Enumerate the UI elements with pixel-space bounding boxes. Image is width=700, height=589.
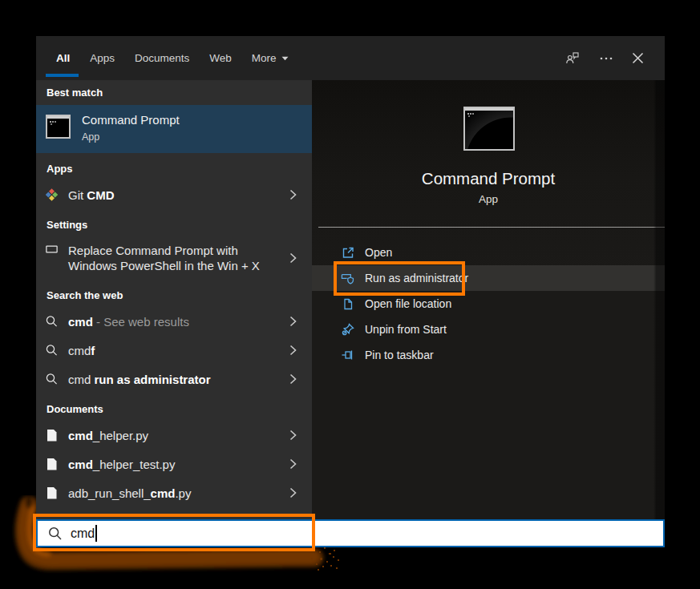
action-label: Unpin from Start [365, 323, 447, 336]
result-label: cmd_helper.py [68, 429, 148, 442]
search-tab-bar: AllAppsDocumentsWebMore [36, 36, 665, 80]
action-unpin-from-start[interactable]: Unpin from Start [312, 317, 665, 342]
git-icon [46, 188, 58, 201]
tab-label: Documents [135, 52, 189, 64]
section-header-apps: Apps [47, 163, 312, 175]
result-label: adb_run_shell_cmd.py [68, 486, 191, 500]
result-label: cmd - See web results [68, 315, 189, 329]
preview-panel: Command Prompt App OpenRun as administra… [312, 80, 665, 519]
chevron-right-icon[interactable] [289, 373, 297, 385]
chevron-right-icon[interactable] [289, 345, 297, 356]
panel-edge-shade [653, 80, 665, 519]
window-icon [46, 244, 58, 254]
result-label: Git CMD [68, 188, 115, 202]
close-icon[interactable] [632, 52, 644, 64]
annotation-box-search-bar [33, 514, 315, 551]
section-header-search-the-web: Search the web [47, 289, 312, 301]
tab-label: Web [209, 52, 232, 64]
tab-all[interactable]: All [56, 52, 70, 64]
chevron-right-icon[interactable] [289, 189, 297, 200]
more-options-icon[interactable] [600, 57, 613, 60]
chevron-down-icon [281, 56, 289, 61]
chevron-right-icon[interactable] [289, 430, 297, 441]
search-icon [46, 373, 58, 385]
search-icon [46, 344, 58, 357]
action-label: Open [365, 246, 392, 259]
search-icon [46, 315, 58, 328]
best-match-label: Best match [47, 87, 312, 99]
result-cmd-see-web-results[interactable]: cmd - See web results [36, 307, 312, 336]
result-label: Replace Command Prompt with Windows Powe… [68, 243, 270, 273]
action-label: Open file location [365, 297, 451, 310]
chevron-right-icon[interactable] [289, 458, 297, 470]
document-icon [46, 430, 58, 442]
result-adb-run-shell-cmd-py[interactable]: adb_run_shell_cmd.py [36, 478, 312, 507]
chevron-right-icon[interactable] [289, 487, 297, 498]
command-prompt-icon [46, 115, 71, 139]
result-cmd-helper-test-py[interactable]: cmd_helper_test.py [36, 450, 312, 478]
screenshot-stage: AllAppsDocumentsWebMore [0, 0, 700, 589]
tab-web[interactable]: Web [209, 52, 232, 64]
tab-label: All [56, 52, 70, 64]
best-match-result-command-prompt[interactable]: Command Prompt App [36, 105, 312, 153]
tab-documents[interactable]: Documents [135, 52, 189, 64]
pin-icon [341, 348, 355, 362]
document-icon [46, 458, 58, 470]
result-replace-command-prompt-with-windows-powe[interactable]: Replace Command Prompt with Windows Powe… [36, 236, 312, 280]
open-icon [341, 245, 355, 260]
preview-subtitle: App [312, 193, 665, 205]
result-git-cmd[interactable]: Git CMD [36, 180, 312, 209]
tab-apps[interactable]: Apps [90, 52, 115, 64]
tab-more[interactable]: More [252, 52, 289, 64]
file-location-icon [341, 297, 355, 311]
annotation-box-run-as-administrator [334, 261, 465, 296]
action-label: Pin to taskbar [365, 349, 434, 361]
chevron-right-icon[interactable] [289, 316, 297, 327]
document-icon [46, 487, 58, 499]
preview-title: Command Prompt [312, 169, 665, 188]
results-panel: Best match Command Prompt App AppsGit CM… [36, 80, 312, 519]
section-header-documents: Documents [47, 403, 312, 415]
chevron-right-icon[interactable] [289, 252, 297, 264]
result-label: cmd run as administrator [68, 373, 211, 386]
result-cmd-run-as-administrator[interactable]: cmd run as administrator [36, 365, 312, 393]
result-cmd-helper-py[interactable]: cmd_helper.py [36, 421, 312, 450]
unpin-icon [341, 322, 355, 337]
result-label: cmdf [68, 344, 95, 357]
result-label: cmd_helper_test.py [68, 458, 175, 471]
active-tab-underline [46, 74, 79, 77]
section-header-settings: Settings [47, 219, 312, 231]
feedback-icon[interactable] [565, 50, 581, 66]
tab-label: More [252, 52, 277, 64]
action-pin-to-taskbar[interactable]: Pin to taskbar [312, 342, 665, 368]
result-cmdf[interactable]: cmdf [36, 336, 312, 365]
preview-divider [318, 227, 665, 228]
command-prompt-icon-large [463, 107, 515, 151]
best-match-title: Command Prompt [82, 113, 180, 127]
best-match-subtitle: App [82, 131, 99, 143]
tab-label: Apps [90, 52, 115, 64]
